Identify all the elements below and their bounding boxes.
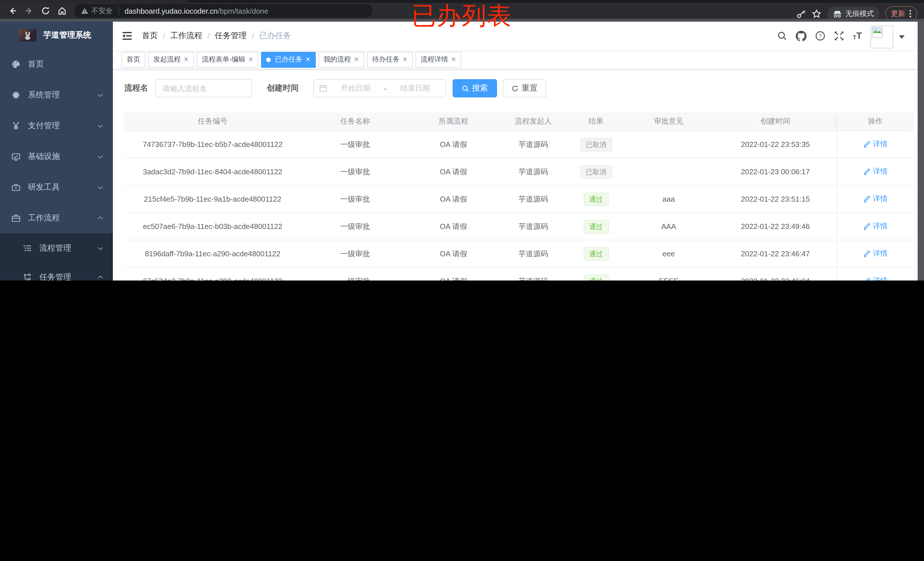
forward-icon[interactable] [22,4,36,18]
fullscreen-icon[interactable] [834,31,844,41]
bookmark-star-icon[interactable] [812,9,821,18]
app-logo[interactable]: 🐰 芋道管理系统 [0,22,113,49]
tab-process-detail[interactable]: 流程详情✕ [416,52,461,67]
reload-icon[interactable] [39,4,52,18]
gear-icon [11,91,21,100]
col-actions: 操作 [837,112,914,131]
url-bar[interactable]: 不安全 dashboard.yudao.iocoder.cn/bpm/task/… [74,4,373,18]
status-badge: 已取消 [580,165,612,178]
user-avatar-wrap[interactable] [870,24,904,48]
annotation-done-list: 已办列表 [411,3,512,28]
kebab-menu-icon[interactable] [909,10,912,18]
table-row: 8196daff-7b9a-11ec-a290-acde48001122一级审批… [124,240,914,268]
done-task-table: 任务编号 任务名称 所属流程 流程发起人 结果 审批意见 创建时间 操作 747… [124,112,914,280]
table-row: 67c534a2-7b9a-11ec-a290-acde48001122一级审批… [124,268,914,280]
tab-todo-tasks[interactable]: 待办任务✕ [367,52,413,67]
status-badge: 通过 [584,192,609,206]
col-flow: 所属流程 [409,112,498,131]
page-content: 流程名 创建时间 开始日期 - 结束日期 搜索 重置 [113,69,924,280]
sidebar-item-label: 研发工具 [28,182,60,193]
sidebar-item-payment[interactable]: 支付管理 [0,111,113,141]
tab-my-process[interactable]: 我的流程✕ [318,52,364,67]
end-date-placeholder: 结束日期 [390,83,440,93]
status-badge: 已取消 [580,138,612,151]
sidebar-item-label: 流程管理 [39,243,71,253]
sidebar-item-home[interactable]: 首页 [0,49,113,80]
search-button[interactable]: 搜索 [453,79,497,97]
search-icon [462,85,469,92]
help-icon[interactable]: ? [815,31,825,41]
sidebar-item-label: 基础设施 [28,151,60,162]
edit-icon [863,168,871,175]
logo-image: 🐰 [19,29,36,42]
process-name-input[interactable] [155,79,252,97]
toolbox-icon [11,183,21,192]
sidebar-item-task-mgmt[interactable]: 任务管理 [0,263,113,280]
avatar[interactable] [870,25,893,48]
edit-icon [863,141,871,148]
breadcrumb-home[interactable]: 首页 [142,31,158,41]
detail-link[interactable]: 详情 [863,221,888,232]
start-date-placeholder: 开始日期 [331,83,381,93]
sidebar-item-process-mgmt[interactable]: 流程管理 [0,233,113,263]
sidebar-item-infra[interactable]: 基础设施 [0,141,113,172]
workflow-submenu: 流程管理 任务管理 我的流程 待办任务 已办任务 请假 [0,233,113,280]
edit-icon [863,223,871,230]
close-icon[interactable]: ✕ [305,56,310,63]
tab-done-tasks[interactable]: 已办任务✕ [261,52,315,67]
reset-button[interactable]: 重置 [503,79,546,97]
tab-form-edit[interactable]: 流程表单-编辑✕ [196,52,258,67]
date-range-picker[interactable]: 开始日期 - 结束日期 [314,79,446,97]
caret-down-icon[interactable] [899,35,904,39]
search-icon[interactable] [777,31,787,41]
chevron-up-icon [97,215,104,221]
chevron-up-icon [97,274,104,280]
sidebar-item-label: 任务管理 [39,272,71,280]
sidebar-item-system[interactable]: 系统管理 [0,80,113,111]
navbar-actions: ? TT [777,22,904,50]
sidebar-item-label: 系统管理 [28,90,60,100]
close-icon[interactable]: ✕ [354,56,359,63]
monitor-icon [11,152,21,161]
broken-image-icon [872,27,883,38]
key-icon[interactable] [796,9,806,18]
chevron-down-icon [97,153,104,160]
home-icon[interactable] [55,4,69,18]
breadcrumb-task-mgmt[interactable]: 任务管理 [215,31,247,41]
close-icon[interactable]: ✕ [402,56,408,63]
chevron-down-icon [97,92,104,99]
sidebar-item-devtools[interactable]: 研发工具 [0,172,113,203]
hamburger-icon[interactable] [122,30,133,42]
back-icon[interactable] [6,4,20,18]
tab-home[interactable]: 首页 [122,52,146,67]
flow-icon [23,272,32,280]
not-secure-icon [81,7,88,14]
sidebar-item-workflow[interactable]: 工作流程 [0,203,113,233]
close-icon[interactable]: ✕ [183,56,189,63]
detail-link[interactable]: 详情 [863,248,888,259]
close-icon[interactable]: ✕ [451,56,456,63]
tab-start-process[interactable]: 发起流程✕ [148,52,194,67]
chevron-down-icon [97,184,104,191]
briefcase-icon [11,214,21,223]
incognito-icon [833,9,842,18]
refresh-icon [511,85,519,92]
github-icon[interactable] [796,30,807,41]
detail-link[interactable]: 详情 [863,194,888,204]
edit-icon [863,195,871,203]
col-task-id: 任务编号 [124,112,301,131]
incognito-badge[interactable]: 无痕模式 [827,7,879,21]
detail-link[interactable]: 详情 [863,139,888,150]
browser-active-tab[interactable] [0,0,188,3]
col-task-name: 任务名称 [301,112,409,131]
font-size-icon[interactable]: TT [853,31,862,40]
table-header-row: 任务编号 任务名称 所属流程 流程发起人 结果 审批意见 创建时间 操作 [124,112,914,131]
table-row: 3adac3d2-7b9d-11ec-8404-acde48001122一级审批… [124,158,914,186]
dashboard-icon [11,60,21,69]
window-scrollbar[interactable] [918,22,924,280]
col-create-time: 创建时间 [714,112,837,131]
close-icon[interactable]: ✕ [248,56,253,63]
breadcrumb-workflow[interactable]: 工作流程 [170,31,202,41]
detail-link[interactable]: 详情 [863,276,888,281]
detail-link[interactable]: 详情 [863,167,888,177]
